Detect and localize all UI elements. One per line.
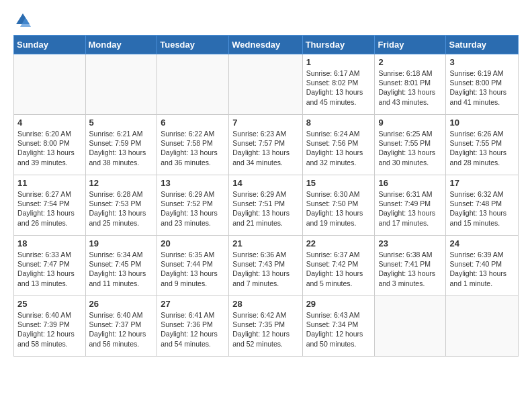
calendar-cell	[14, 54, 86, 115]
day-number: 3	[449, 57, 515, 67]
calendar-cell: 2Sunrise: 6:18 AM Sunset: 8:01 PM Daylig…	[375, 54, 446, 115]
calendar-cell: 12Sunrise: 6:28 AM Sunset: 7:53 PM Dayli…	[85, 175, 157, 236]
day-info: Sunrise: 6:37 AM Sunset: 7:42 PM Dayligh…	[306, 250, 371, 288]
day-info: Sunrise: 6:32 AM Sunset: 7:48 PM Dayligh…	[449, 189, 515, 228]
day-info: Sunrise: 6:40 AM Sunset: 7:39 PM Dayligh…	[17, 310, 82, 349]
day-number: 11	[17, 178, 82, 188]
day-info: Sunrise: 6:40 AM Sunset: 7:37 PM Dayligh…	[89, 310, 154, 349]
day-info: Sunrise: 6:33 AM Sunset: 7:47 PM Dayligh…	[17, 250, 82, 288]
day-number: 6	[161, 118, 225, 128]
calendar-cell	[229, 54, 302, 115]
day-info: Sunrise: 6:23 AM Sunset: 7:57 PM Dayligh…	[232, 129, 298, 167]
column-header-saturday: Saturday	[446, 36, 519, 54]
day-info: Sunrise: 6:35 AM Sunset: 7:44 PM Dayligh…	[161, 250, 225, 288]
calendar-cell: 23Sunrise: 6:38 AM Sunset: 7:41 PM Dayli…	[375, 236, 446, 296]
calendar-week-row: 11Sunrise: 6:27 AM Sunset: 7:54 PM Dayli…	[14, 175, 519, 236]
calendar-cell: 7Sunrise: 6:23 AM Sunset: 7:57 PM Daylig…	[229, 115, 302, 175]
calendar-cell: 13Sunrise: 6:29 AM Sunset: 7:52 PM Dayli…	[157, 175, 229, 236]
calendar-cell: 27Sunrise: 6:41 AM Sunset: 7:36 PM Dayli…	[157, 296, 229, 357]
day-info: Sunrise: 6:36 AM Sunset: 7:43 PM Dayligh…	[232, 250, 298, 288]
day-info: Sunrise: 6:22 AM Sunset: 7:58 PM Dayligh…	[161, 129, 225, 167]
day-info: Sunrise: 6:43 AM Sunset: 7:34 PM Dayligh…	[306, 310, 371, 349]
day-info: Sunrise: 6:29 AM Sunset: 7:52 PM Dayligh…	[161, 189, 225, 228]
day-number: 10	[449, 118, 515, 128]
day-info: Sunrise: 6:25 AM Sunset: 7:55 PM Dayligh…	[378, 129, 442, 167]
column-header-friday: Friday	[375, 36, 446, 54]
calendar-cell	[446, 296, 519, 357]
calendar-cell: 17Sunrise: 6:32 AM Sunset: 7:48 PM Dayli…	[446, 175, 519, 236]
calendar-cell: 24Sunrise: 6:39 AM Sunset: 7:40 PM Dayli…	[446, 236, 519, 296]
day-number: 14	[232, 178, 298, 188]
day-info: Sunrise: 6:39 AM Sunset: 7:40 PM Dayligh…	[449, 250, 515, 288]
day-info: Sunrise: 6:19 AM Sunset: 8:00 PM Dayligh…	[449, 68, 515, 107]
day-info: Sunrise: 6:30 AM Sunset: 7:50 PM Dayligh…	[306, 189, 371, 228]
column-header-tuesday: Tuesday	[157, 36, 229, 54]
calendar-cell: 6Sunrise: 6:22 AM Sunset: 7:58 PM Daylig…	[157, 115, 229, 175]
calendar-cell	[85, 54, 157, 115]
logo-icon	[13, 11, 32, 30]
day-number: 17	[449, 178, 515, 188]
day-info: Sunrise: 6:28 AM Sunset: 7:53 PM Dayligh…	[89, 189, 154, 228]
day-number: 1	[306, 57, 371, 67]
day-number: 21	[232, 238, 298, 248]
calendar-week-row: 25Sunrise: 6:40 AM Sunset: 7:39 PM Dayli…	[14, 296, 519, 357]
column-header-sunday: Sunday	[14, 36, 86, 54]
day-number: 25	[17, 299, 82, 309]
day-info: Sunrise: 6:34 AM Sunset: 7:45 PM Dayligh…	[89, 250, 154, 288]
day-info: Sunrise: 6:24 AM Sunset: 7:56 PM Dayligh…	[306, 129, 371, 167]
calendar-cell: 29Sunrise: 6:43 AM Sunset: 7:34 PM Dayli…	[302, 296, 375, 357]
calendar-cell: 20Sunrise: 6:35 AM Sunset: 7:44 PM Dayli…	[157, 236, 229, 296]
calendar-cell: 5Sunrise: 6:21 AM Sunset: 7:59 PM Daylig…	[85, 115, 157, 175]
calendar-cell: 1Sunrise: 6:17 AM Sunset: 8:02 PM Daylig…	[302, 54, 375, 115]
calendar-cell: 18Sunrise: 6:33 AM Sunset: 7:47 PM Dayli…	[14, 236, 86, 296]
day-number: 12	[89, 178, 154, 188]
day-number: 27	[161, 299, 225, 309]
day-number: 9	[378, 118, 442, 128]
day-number: 29	[306, 299, 371, 309]
day-number: 24	[449, 238, 515, 248]
calendar-week-row: 1Sunrise: 6:17 AM Sunset: 8:02 PM Daylig…	[14, 54, 519, 115]
calendar-header-row: SundayMondayTuesdayWednesdayThursdayFrid…	[14, 36, 519, 54]
calendar-cell: 4Sunrise: 6:20 AM Sunset: 8:00 PM Daylig…	[14, 115, 86, 175]
calendar-cell: 16Sunrise: 6:31 AM Sunset: 7:49 PM Dayli…	[375, 175, 446, 236]
calendar-cell: 8Sunrise: 6:24 AM Sunset: 7:56 PM Daylig…	[302, 115, 375, 175]
calendar-cell: 22Sunrise: 6:37 AM Sunset: 7:42 PM Dayli…	[302, 236, 375, 296]
day-info: Sunrise: 6:31 AM Sunset: 7:49 PM Dayligh…	[378, 189, 442, 228]
day-info: Sunrise: 6:38 AM Sunset: 7:41 PM Dayligh…	[378, 250, 442, 288]
column-header-monday: Monday	[85, 36, 157, 54]
calendar-cell: 11Sunrise: 6:27 AM Sunset: 7:54 PM Dayli…	[14, 175, 86, 236]
day-number: 5	[89, 118, 154, 128]
day-number: 7	[232, 118, 298, 128]
day-number: 18	[17, 238, 82, 248]
day-number: 13	[161, 178, 225, 188]
day-number: 15	[306, 178, 371, 188]
day-info: Sunrise: 6:20 AM Sunset: 8:00 PM Dayligh…	[17, 129, 82, 167]
day-info: Sunrise: 6:27 AM Sunset: 7:54 PM Dayligh…	[17, 189, 82, 228]
day-info: Sunrise: 6:29 AM Sunset: 7:51 PM Dayligh…	[232, 189, 298, 228]
day-number: 8	[306, 118, 371, 128]
calendar-cell: 15Sunrise: 6:30 AM Sunset: 7:50 PM Dayli…	[302, 175, 375, 236]
calendar-week-row: 4Sunrise: 6:20 AM Sunset: 8:00 PM Daylig…	[14, 115, 519, 175]
day-number: 2	[378, 57, 442, 67]
column-header-thursday: Thursday	[302, 36, 375, 54]
day-number: 20	[161, 238, 225, 248]
calendar-cell: 28Sunrise: 6:42 AM Sunset: 7:35 PM Dayli…	[229, 296, 302, 357]
calendar-week-row: 18Sunrise: 6:33 AM Sunset: 7:47 PM Dayli…	[14, 236, 519, 296]
day-info: Sunrise: 6:18 AM Sunset: 8:01 PM Dayligh…	[378, 68, 442, 107]
calendar-cell: 3Sunrise: 6:19 AM Sunset: 8:00 PM Daylig…	[446, 54, 519, 115]
day-info: Sunrise: 6:42 AM Sunset: 7:35 PM Dayligh…	[232, 310, 298, 349]
page-header	[13, 11, 519, 30]
day-number: 23	[378, 238, 442, 248]
day-info: Sunrise: 6:17 AM Sunset: 8:02 PM Dayligh…	[306, 68, 371, 107]
calendar-cell: 14Sunrise: 6:29 AM Sunset: 7:51 PM Dayli…	[229, 175, 302, 236]
calendar-cell: 10Sunrise: 6:26 AM Sunset: 7:55 PM Dayli…	[446, 115, 519, 175]
calendar-table: SundayMondayTuesdayWednesdayThursdayFrid…	[13, 35, 519, 357]
day-info: Sunrise: 6:41 AM Sunset: 7:36 PM Dayligh…	[161, 310, 225, 349]
column-header-wednesday: Wednesday	[229, 36, 302, 54]
day-info: Sunrise: 6:26 AM Sunset: 7:55 PM Dayligh…	[449, 129, 515, 167]
day-number: 4	[17, 118, 82, 128]
logo	[13, 11, 35, 30]
day-number: 28	[232, 299, 298, 309]
calendar-cell: 19Sunrise: 6:34 AM Sunset: 7:45 PM Dayli…	[85, 236, 157, 296]
calendar-cell: 26Sunrise: 6:40 AM Sunset: 7:37 PM Dayli…	[85, 296, 157, 357]
